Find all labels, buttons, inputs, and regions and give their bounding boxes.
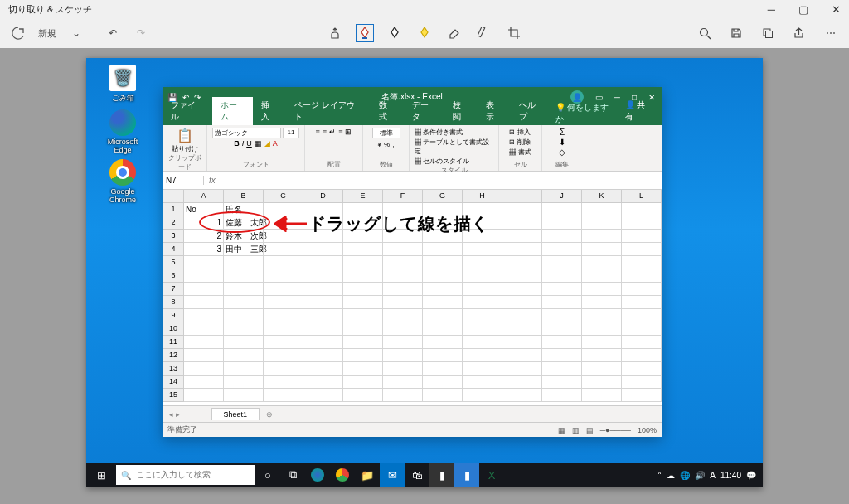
- redo-icon[interactable]: ↷: [133, 25, 149, 41]
- cell[interactable]: [463, 322, 502, 336]
- ribbon-options-icon[interactable]: ▭: [595, 93, 603, 102]
- cell[interactable]: [264, 322, 303, 336]
- cell[interactable]: [303, 376, 343, 389]
- table-row[interactable]: 13: [163, 362, 662, 376]
- row-header[interactable]: 3: [163, 230, 184, 243]
- cell[interactable]: 鈴木 次郎: [224, 230, 264, 243]
- cell[interactable]: [502, 256, 542, 269]
- cell[interactable]: 氏名: [224, 203, 264, 216]
- cell[interactable]: [383, 389, 423, 402]
- cell[interactable]: [184, 269, 224, 283]
- cell[interactable]: [383, 376, 423, 389]
- new-snip-icon[interactable]: [10, 25, 27, 41]
- cell[interactable]: [542, 389, 582, 402]
- cell[interactable]: [463, 376, 502, 389]
- cell[interactable]: [423, 296, 463, 309]
- cell[interactable]: [264, 216, 303, 230]
- cell[interactable]: [582, 243, 622, 256]
- tab-help[interactable]: ヘルプ: [511, 97, 552, 125]
- cell[interactable]: [303, 349, 343, 362]
- cell[interactable]: [622, 296, 662, 309]
- cell[interactable]: [184, 256, 224, 269]
- crop-icon[interactable]: [505, 24, 523, 42]
- cell[interactable]: [502, 389, 542, 402]
- cell[interactable]: [383, 322, 423, 336]
- cell[interactable]: [582, 216, 622, 230]
- cell[interactable]: [264, 296, 303, 309]
- cell[interactable]: [264, 230, 303, 243]
- col-J[interactable]: J: [542, 190, 582, 203]
- cell[interactable]: [303, 256, 343, 269]
- new-snip-label[interactable]: 新規: [38, 27, 56, 40]
- taskbar-chrome-icon[interactable]: [330, 463, 355, 487]
- cell[interactable]: [463, 349, 502, 362]
- taskbar-edge-icon[interactable]: [305, 463, 330, 487]
- cell[interactable]: [542, 362, 582, 376]
- row-header[interactable]: 1: [163, 203, 184, 216]
- zoom-value[interactable]: 100%: [638, 426, 657, 434]
- cell[interactable]: [502, 216, 542, 230]
- cell[interactable]: [622, 230, 662, 243]
- cell[interactable]: [542, 336, 582, 349]
- tray-volume-icon[interactable]: 🔊: [695, 471, 705, 480]
- cell[interactable]: [622, 243, 662, 256]
- font-name-select[interactable]: 游ゴシック: [212, 128, 281, 138]
- percent-icon[interactable]: %: [384, 141, 390, 148]
- cell[interactable]: [423, 269, 463, 283]
- cell[interactable]: [502, 376, 542, 389]
- tray-clock[interactable]: 11:40: [720, 471, 741, 480]
- col-I[interactable]: I: [502, 190, 542, 203]
- row-header[interactable]: 14: [163, 376, 184, 389]
- cell[interactable]: [502, 243, 542, 256]
- cell[interactable]: [303, 389, 343, 402]
- cell[interactable]: [343, 376, 383, 389]
- view-break-icon[interactable]: ▤: [586, 426, 594, 434]
- cell[interactable]: [343, 362, 383, 376]
- col-L[interactable]: L: [622, 190, 662, 203]
- cell[interactable]: 1: [184, 216, 224, 230]
- cell[interactable]: [303, 283, 343, 296]
- cell[interactable]: [423, 336, 463, 349]
- table-row[interactable]: 11: [163, 336, 662, 349]
- table-fmt-button[interactable]: ▦ テーブルとして書式設定: [415, 138, 493, 156]
- cell[interactable]: No: [184, 203, 224, 216]
- cell[interactable]: [622, 389, 662, 402]
- cell[interactable]: [542, 296, 582, 309]
- tray-network-icon[interactable]: 🌐: [680, 471, 690, 480]
- align-left-icon[interactable]: ≡: [338, 128, 342, 136]
- cell[interactable]: [582, 256, 622, 269]
- view-normal-icon[interactable]: ▦: [558, 426, 565, 434]
- row-header[interactable]: 9: [163, 309, 184, 322]
- cell[interactable]: [264, 203, 303, 216]
- cell[interactable]: [622, 283, 662, 296]
- col-A[interactable]: A: [184, 190, 224, 203]
- tab-insert[interactable]: 挿入: [253, 97, 286, 125]
- insert-cells-button[interactable]: ⊞ 挿入: [509, 128, 530, 137]
- italic-icon[interactable]: I: [242, 139, 245, 148]
- cond-fmt-button[interactable]: ▦ 条件付き書式: [415, 128, 463, 137]
- cell[interactable]: [582, 203, 622, 216]
- cell[interactable]: [582, 322, 622, 336]
- tell-me[interactable]: 💡 何をしますか: [555, 102, 617, 125]
- cell[interactable]: [423, 243, 463, 256]
- cell[interactable]: [184, 322, 224, 336]
- cell[interactable]: [582, 283, 622, 296]
- zoom-icon[interactable]: [696, 25, 713, 41]
- cell[interactable]: [622, 336, 662, 349]
- cell[interactable]: [343, 336, 383, 349]
- cell[interactable]: [622, 216, 662, 230]
- cortana-icon[interactable]: ○: [255, 463, 280, 487]
- row-header[interactable]: 6: [163, 269, 184, 283]
- cell[interactable]: 田中 三郎: [224, 243, 264, 256]
- cell[interactable]: [542, 322, 582, 336]
- cell[interactable]: [264, 362, 303, 376]
- cell[interactable]: [383, 269, 423, 283]
- taskbar-app2-icon[interactable]: ▮: [454, 463, 479, 487]
- tab-layout[interactable]: ページ レイアウト: [286, 97, 371, 125]
- cell[interactable]: [343, 389, 383, 402]
- cell[interactable]: [502, 309, 542, 322]
- ballpoint-pen-icon[interactable]: [356, 24, 374, 42]
- cell[interactable]: [542, 283, 582, 296]
- cell[interactable]: [502, 362, 542, 376]
- row-header[interactable]: 11: [163, 336, 184, 349]
